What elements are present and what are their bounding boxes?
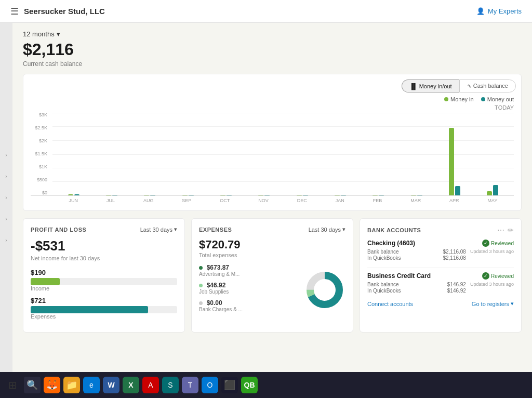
bar-mar-green	[411, 195, 416, 195]
settings-icon[interactable]: ⋯	[497, 226, 504, 234]
sidebar-arrow-1[interactable]: ›	[5, 152, 7, 158]
bar-group-may	[487, 185, 498, 195]
pnl-income-label: Income	[31, 285, 177, 291]
expense-item-3: $0.00 Bank Charges & ...	[199, 299, 299, 312]
y-axis: $3K $2.5K $2K $1.5K $1K $500 $0	[31, 113, 50, 195]
x-label-sep: SEP	[182, 198, 191, 203]
bar-aug-teal	[150, 195, 155, 195]
sidebar-arrow-3[interactable]: ›	[5, 195, 7, 201]
bar-aug-green	[144, 195, 149, 195]
edit-icon[interactable]: ✏	[508, 226, 514, 234]
expense-total: $720.79	[199, 238, 345, 251]
pnl-expense-label: Expenses	[31, 313, 177, 320]
bar-group-apr	[449, 128, 460, 195]
company-name: Seersucker Stud, LLC	[24, 7, 105, 16]
expense-item-3-amount: $0.00	[207, 299, 222, 307]
cash-balance-label: Current cash balance	[23, 60, 522, 68]
toggle-money-inout[interactable]: ▐▌ Money in/out	[402, 79, 459, 92]
pnl-title: PROFIT AND LOSS	[31, 227, 86, 233]
credit-card-bank-balance-row: Bank balance $146.92	[367, 282, 466, 287]
expenses-period-selector[interactable]: Last 30 days ▾	[309, 226, 345, 233]
sidebar-arrow-4[interactable]: ›	[5, 216, 7, 222]
bar-group-nov	[258, 195, 270, 195]
credit-card-col-labels: Bank balance $146.92 In QuickBooks $146.…	[367, 282, 466, 294]
y-label-1k: $1K	[39, 165, 47, 169]
bar-group-jun	[68, 194, 79, 195]
bar-apr-teal	[455, 186, 460, 195]
credit-card-reviewed-badge: ✓ Reviewed	[482, 272, 514, 280]
y-label-2k: $2K	[39, 139, 47, 143]
expense-dot-1	[199, 266, 203, 270]
credit-card-account-rows: Bank balance $146.92 In QuickBooks $146.…	[367, 282, 514, 294]
pnl-expense-bar-track	[31, 306, 177, 313]
credit-card-quickbooks-row: In QuickBooks $146.92	[367, 288, 466, 294]
bank-footer: Connect accounts Go to registers ▾	[367, 300, 514, 307]
x-axis: JUN JUL AUG SEP OCT NOV DEC JAN FEB MAR …	[52, 196, 514, 203]
expense-items-list: $673.87 Advertising & M... $46.92 Job Su…	[199, 263, 299, 316]
pnl-period-selector[interactable]: Last 30 days ▾	[140, 226, 177, 233]
bank-accounts-panel: BANK ACCOUNTS ⋯ ✏ Checking (4603) ✓ Revi…	[360, 218, 522, 333]
checking-account: Checking (4603) ✓ Reviewed Bank balance …	[367, 240, 514, 261]
legend-dot-money-in	[444, 97, 448, 101]
bar-may-green	[487, 191, 492, 195]
period-selector[interactable]: 12 months ▾	[23, 30, 522, 38]
goto-registers-link[interactable]: Go to registers ▾	[472, 300, 514, 307]
expenses-panel-header: EXPENSES Last 30 days ▾	[199, 226, 345, 233]
expense-item-2-label: Job Supplies	[199, 289, 299, 295]
pnl-expense-item: $721 Expenses	[31, 297, 177, 320]
bar-mar-teal	[417, 195, 422, 195]
bar-jul-green	[106, 195, 111, 195]
pnl-amount: -$531	[31, 238, 177, 254]
bar-group-jan	[335, 195, 346, 195]
checking-account-rows: Bank balance $2,116.08 In QuickBooks $2,…	[367, 249, 514, 261]
x-label-dec: DEC	[297, 198, 307, 203]
bank-panel-icons: ⋯ ✏	[497, 226, 514, 234]
y-label-0: $0	[42, 191, 47, 195]
my-experts-button[interactable]: 👤 My Experts	[476, 7, 522, 15]
pnl-income-item: $190 Income	[31, 269, 177, 291]
pnl-income-amount: $190	[31, 269, 177, 276]
expenses-panel: EXPENSES Last 30 days ▾ $720.79 Total ex…	[191, 218, 353, 333]
x-label-oct: OCT	[220, 198, 230, 203]
expense-item-1-label: Advertising & M...	[199, 271, 299, 277]
legend-dot-money-out	[481, 97, 485, 101]
credit-card-updated: Updated 3 hours ago	[470, 282, 514, 294]
bar-group-oct	[220, 195, 232, 195]
bar-group-aug	[144, 195, 155, 195]
pnl-panel-header: PROFIT AND LOSS Last 30 days ▾	[31, 226, 177, 233]
checking-account-name: Checking (4603)	[367, 240, 415, 247]
sidebar-arrow-2[interactable]: ›	[5, 174, 7, 179]
bar-may-teal	[493, 185, 498, 195]
bar-chart-icon: ▐▌	[409, 83, 418, 89]
bar-group-mar	[411, 195, 422, 195]
checking-quickbooks-row: In QuickBooks $2,116.08	[367, 255, 466, 261]
y-label-2-5k: $2.5K	[35, 126, 47, 130]
x-label-mar: MAR	[410, 198, 421, 203]
bank-title: BANK ACCOUNTS	[367, 227, 421, 233]
pnl-expense-bar-fill	[31, 306, 148, 313]
chart-area	[52, 113, 514, 195]
sidebar-arrow-5[interactable]: ›	[5, 237, 7, 243]
expenses-title: EXPENSES	[199, 227, 232, 233]
bar-oct-green	[220, 195, 225, 195]
x-label-aug: AUG	[143, 198, 154, 203]
x-label-may: MAY	[488, 198, 498, 203]
expense-sublabel: Total expenses	[199, 252, 345, 258]
y-label-1-5k: $1.5K	[35, 152, 47, 156]
donut-chart	[304, 269, 345, 311]
bar-oct-teal	[227, 195, 232, 195]
menu-icon[interactable]: ☰	[10, 6, 19, 17]
legend-money-in: Money in	[444, 96, 474, 102]
goto-arrow-icon: ▾	[511, 300, 514, 307]
connect-accounts-link[interactable]: Connect accounts	[367, 301, 413, 307]
toggle-cash-balance[interactable]: ∿ Cash balance	[459, 79, 516, 92]
reviewed-check-1: ✓	[482, 240, 489, 247]
bars-container	[52, 113, 514, 195]
x-label-apr: APR	[449, 198, 459, 203]
bar-jun-green	[68, 194, 73, 195]
credit-card-account-name: Business Credit Card	[367, 272, 431, 280]
expense-item-3-label: Bank Charges & ...	[199, 307, 299, 312]
bar-sep-teal	[189, 195, 194, 195]
credit-card-account: Business Credit Card ✓ Reviewed Bank bal…	[367, 272, 514, 294]
bottom-panels: PROFIT AND LOSS Last 30 days ▾ -$531 Net…	[23, 218, 522, 333]
